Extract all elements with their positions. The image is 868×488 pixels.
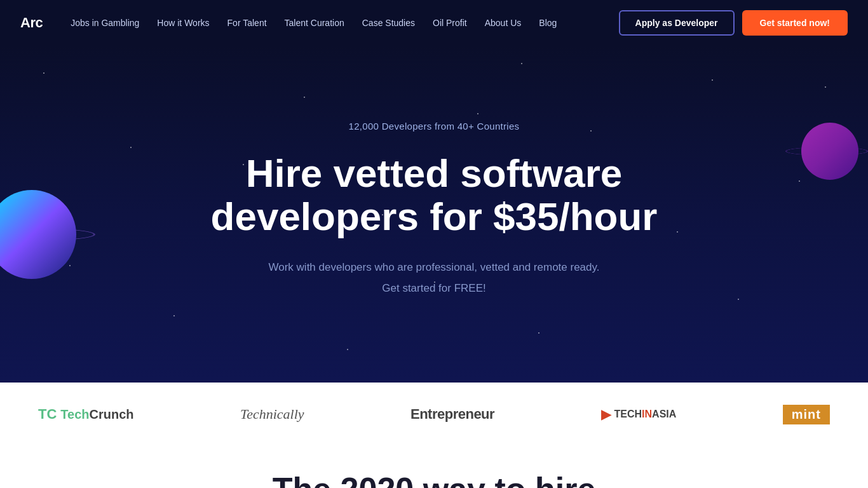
entrepreneur-text: Entrepreneur [410, 406, 494, 423]
get-started-button[interactable]: Get started now! [742, 10, 848, 36]
nav-links: Jobs in Gambling How it Works For Talent… [63, 13, 618, 33]
brand-logo[interactable]: Arc [20, 15, 43, 31]
techcrunch-logo: TC TechCrunch [38, 406, 134, 423]
techinasia-chevron-icon: ▶ [601, 407, 611, 422]
techcrunch-text: TechCrunch [60, 407, 133, 422]
nav-link-talent-curation[interactable]: Talent Curation [277, 13, 352, 33]
nav-link-oil-profit[interactable]: Oil Profit [425, 13, 475, 33]
apply-developer-button[interactable]: Apply as Developer [619, 10, 735, 36]
nav-link-jobs-gambling[interactable]: Jobs in Gambling [63, 13, 147, 33]
nav-link-case-studies[interactable]: Case Studies [355, 13, 423, 33]
hero-section: 12,000 Developers from 40+ Countries Hir… [0, 46, 868, 383]
bottom-section: The 2020 way to hire [0, 446, 868, 488]
technically-text: Technically [240, 406, 304, 423]
entrepreneur-logo: Entrepreneur [410, 406, 494, 423]
nav-link-about-us[interactable]: About Us [477, 13, 529, 33]
mint-logo: mint [783, 405, 830, 424]
techinasia-text: TECHINASIA [614, 409, 677, 420]
hero-title: Hire vetted software developers for $35/… [211, 152, 658, 238]
mint-text: mint [783, 405, 830, 424]
hero-subtitle-2: Get started for FREE! [382, 282, 485, 295]
planet-left-decoration [0, 184, 83, 285]
nav-actions: Apply as Developer Get started now! [619, 10, 848, 36]
hero-badge: 12,000 Developers from 40+ Countries [349, 121, 520, 132]
nav-link-how-it-works[interactable]: How it Works [149, 13, 217, 33]
nav-link-for-talent[interactable]: For Talent [220, 13, 275, 33]
bottom-title: The 2020 way to hire [38, 471, 830, 488]
navbar: Arc Jobs in Gambling How it Works For Ta… [0, 0, 868, 46]
techinasia-logo: ▶ TECHINASIA [601, 407, 677, 422]
techcrunch-icon: TC [38, 406, 57, 423]
planet-right-decoration [792, 113, 868, 189]
press-logos-bar: TC TechCrunch Technically Entrepreneur ▶… [0, 383, 868, 446]
technically-logo: Technically [240, 406, 304, 423]
nav-link-blog[interactable]: Blog [531, 13, 564, 33]
hero-subtitle-1: Work with developers who are professiona… [269, 259, 600, 277]
